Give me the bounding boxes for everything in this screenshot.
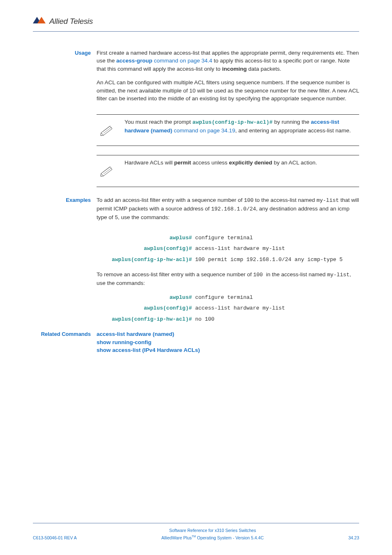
note-box-1: You must reach the prompt awplus(config-… [97, 114, 359, 146]
cmd-text: 100 permit icmp 192.168.1.0/24 any icmp-… [195, 257, 343, 263]
footer-left: C613-50046-01 REV A [33, 535, 77, 541]
footer-center-line2: AlliedWare PlusTM Operating System - Ver… [77, 534, 348, 541]
cmd-text: configure terminal [195, 235, 253, 241]
link-access-group[interactable]: access-group command on page 34.4 [116, 58, 212, 64]
cmd-text: no 100 [195, 316, 214, 322]
related-label: Related Commands [33, 330, 97, 354]
cmd-prompt: awplus# [169, 294, 192, 301]
cmd-prompt: awplus(config-ip-hw-acl)# [112, 316, 192, 322]
examples-label: Examples [33, 196, 97, 228]
note-text-2: Hardware ACLs will permit access unless … [125, 159, 359, 167]
note-icon [100, 124, 114, 139]
brand-logo: Allied Telesis [33, 16, 359, 27]
logo-text: Allied Telesis [49, 16, 93, 27]
cmd-prompt: awplus(config)# [144, 305, 192, 311]
note-icon [100, 164, 114, 179]
cmd-text: access-list hardware my-list [195, 245, 285, 252]
related-section: Related Commands access-list hardware (n… [33, 330, 359, 354]
usage-section: Usage First create a named hardware acce… [33, 49, 359, 109]
header-rule [33, 31, 359, 32]
usage-para-1: First create a named hardware access-lis… [97, 49, 359, 73]
cmd-prompt: awplus(config)# [144, 245, 192, 252]
examples-intro-2: To remove an access-list filter entry wi… [97, 271, 359, 287]
cmd-text: configure terminal [195, 294, 253, 301]
footer-page-number: 34.23 [348, 535, 359, 541]
usage-para-2: An ACL can be configured with multiple A… [97, 79, 359, 103]
examples-section: Examples To add an access-list filter en… [33, 196, 359, 228]
logo-icon [33, 16, 47, 27]
footer-center-line1: Software Reference for x310 Series Switc… [77, 527, 348, 534]
cmd-prompt: awplus# [169, 235, 192, 241]
cmd-text: access-list hardware my-list [195, 305, 285, 311]
note-text-1: You must reach the prompt awplus(config-… [125, 118, 359, 134]
examples-intro-1: To add an access-list filter entry with … [97, 196, 359, 222]
command-block-1: awplus# configure terminal awplus(config… [33, 234, 359, 264]
command-block-2: awplus# configure terminal awplus(config… [33, 293, 359, 324]
related-link[interactable]: show running-config [97, 338, 359, 347]
note-box-2: Hardware ACLs will permit access unless … [97, 155, 359, 187]
related-link[interactable]: access-list hardware (named) [97, 330, 359, 338]
page-footer: C613-50046-01 REV A Software Reference f… [33, 523, 359, 541]
cmd-prompt: awplus(config-ip-hw-acl)# [112, 257, 192, 263]
usage-label: Usage [33, 49, 97, 109]
related-link[interactable]: show access-list (IPv4 Hardware ACLs) [97, 346, 359, 354]
